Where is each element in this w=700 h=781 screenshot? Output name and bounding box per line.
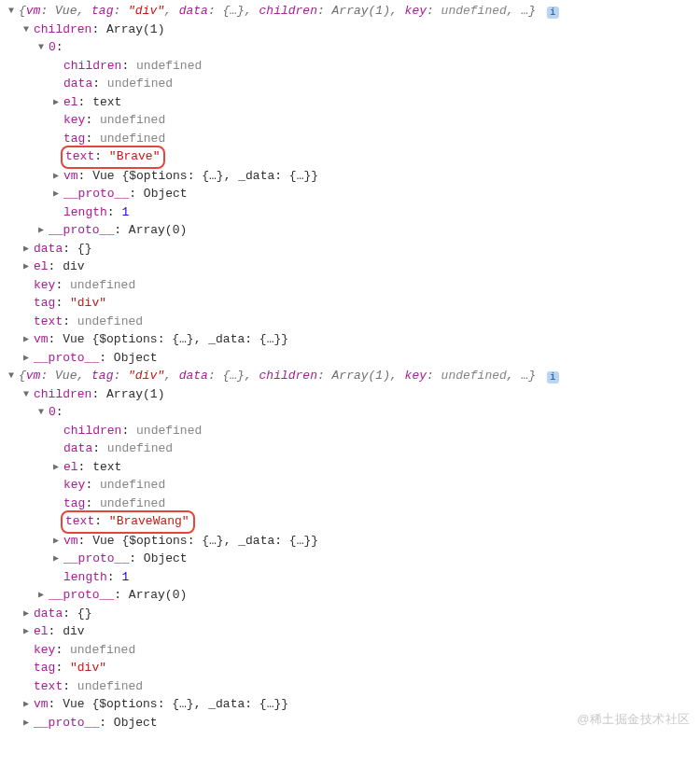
k-data: data	[34, 242, 63, 256]
v-undef: undefined	[107, 441, 173, 455]
v-div: "div"	[128, 369, 164, 383]
disclosure-triangle-icon[interactable]	[35, 586, 47, 605]
disclosure-triangle-icon[interactable]	[21, 622, 32, 641]
disclosure-triangle-icon[interactable]	[50, 93, 62, 112]
prop-proto-1[interactable]: __proto__: Object	[21, 349, 700, 368]
v-brave: "Brave"	[109, 149, 161, 163]
v-object: Object	[114, 351, 158, 365]
prop-length-1[interactable]: length: 1	[35, 203, 700, 222]
prop-data-1[interactable]: data: {}	[21, 240, 700, 258]
v-emptybraces: {}	[77, 607, 92, 621]
prop-key-1[interactable]: key: undefined	[21, 276, 700, 295]
k-vm: vm	[63, 169, 78, 183]
v-arr1: Array(1)	[106, 387, 164, 401]
disclosure-triangle-icon[interactable]	[21, 695, 32, 714]
disclosure-triangle-icon[interactable]	[21, 349, 32, 368]
prop-key-2[interactable]: key: undefined	[21, 641, 700, 660]
prop-children-inner-2[interactable]: children: undefined	[50, 422, 700, 440]
prop-vm-inner-1[interactable]: vm: Vue {$options: {…}, _data: {…}}	[50, 167, 700, 186]
v-ell: …	[521, 369, 528, 383]
info-icon[interactable]: i	[547, 7, 559, 19]
object-summary-2[interactable]: {vm: Vue, tag: "div", data: {…}, childre…	[6, 367, 700, 385]
disclosure-triangle-icon[interactable]	[21, 258, 32, 276]
k-data: data	[63, 441, 92, 455]
prop-children-2[interactable]: children: Array(1)	[21, 385, 700, 404]
prop-proto-array-1[interactable]: __proto__: Array(0)	[35, 221, 700, 240]
k-vm: vm	[63, 534, 78, 548]
disclosure-triangle-icon[interactable]	[6, 367, 17, 385]
disclosure-triangle-icon[interactable]	[21, 605, 32, 623]
prop-text-1[interactable]: text: undefined	[21, 313, 700, 331]
v-object: Object	[144, 551, 188, 565]
prop-text-inner-1[interactable]: text: "Brave"	[50, 147, 700, 167]
v-arr1: Array(1)	[332, 4, 390, 18]
k-proto: __proto__	[34, 716, 99, 730]
v-divstr: "div"	[70, 296, 106, 310]
k-proto: __proto__	[49, 223, 114, 237]
v-undef: undefined	[100, 478, 165, 492]
prop-vm-1[interactable]: vm: Vue {$options: {…}, _data: {…}}	[21, 330, 700, 349]
disclosure-triangle-icon[interactable]	[21, 385, 32, 404]
prop-proto-inner-1[interactable]: __proto__: Object	[50, 185, 700, 203]
prop-el-2[interactable]: el: div	[21, 622, 700, 641]
prop-proto-array-2[interactable]: __proto__: Array(0)	[35, 586, 700, 605]
k-text: text	[65, 149, 94, 163]
v-arr1: Array(1)	[106, 22, 164, 36]
k-el: el	[63, 95, 78, 109]
k-length: length	[63, 570, 107, 584]
prop-key-inner-1[interactable]: key: undefined	[50, 111, 700, 130]
disclosure-triangle-icon[interactable]	[21, 714, 32, 732]
disclosure-triangle-icon[interactable]	[6, 2, 17, 21]
k-el: el	[63, 460, 78, 474]
prop-el-1[interactable]: el: div	[21, 258, 700, 276]
disclosure-triangle-icon[interactable]	[50, 532, 62, 551]
prop-tag-2[interactable]: tag: "div"	[21, 659, 700, 677]
disclosure-triangle-icon[interactable]	[21, 240, 32, 258]
disclosure-triangle-icon[interactable]	[50, 167, 62, 186]
k-proto: __proto__	[63, 551, 129, 565]
prop-el-inner-1[interactable]: el: text	[50, 93, 700, 112]
disclosure-triangle-icon[interactable]	[35, 221, 47, 240]
v-undef: undefined	[70, 643, 135, 657]
disclosure-triangle-icon[interactable]	[21, 330, 32, 349]
prop-children-inner-1[interactable]: children: undefined	[50, 57, 700, 76]
prop-tag-1[interactable]: tag: "div"	[21, 294, 700, 313]
disclosure-triangle-icon[interactable]	[50, 550, 62, 568]
k-tag: tag	[63, 132, 85, 146]
prop-text-inner-2[interactable]: text: "BraveWang"	[50, 512, 700, 532]
prop-vm-inner-2[interactable]: vm: Vue {$options: {…}, _data: {…}}	[50, 532, 700, 551]
k-key: key	[34, 278, 55, 292]
k-children: children	[34, 387, 91, 401]
disclosure-triangle-icon[interactable]	[50, 458, 62, 477]
k-children: children	[63, 59, 121, 73]
v-undef: undefined	[107, 77, 173, 91]
info-icon[interactable]: i	[547, 371, 559, 384]
disclosure-triangle-icon[interactable]	[35, 38, 47, 57]
v-bravewang: "BraveWang"	[109, 514, 189, 528]
prop-key-inner-2[interactable]: key: undefined	[50, 476, 700, 495]
k-tag: tag	[34, 296, 55, 310]
object-summary-1[interactable]: {vm: Vue, tag: "div", data: {…}, childre…	[6, 2, 700, 21]
prop-data-inner-1[interactable]: data: undefined	[50, 75, 700, 93]
disclosure-triangle-icon[interactable]	[50, 185, 62, 203]
prop-el-inner-2[interactable]: el: text	[50, 458, 700, 477]
k-key: key	[63, 113, 85, 127]
k-vm: vm	[26, 4, 41, 18]
prop-length-2[interactable]: length: 1	[35, 568, 700, 587]
k-key: key	[34, 643, 55, 657]
prop-data-inner-2[interactable]: data: undefined	[50, 439, 700, 458]
prop-index0-2[interactable]: 0:	[35, 403, 700, 422]
v-div: div	[63, 624, 84, 638]
k-tag: tag	[91, 369, 113, 383]
prop-index0-1[interactable]: 0:	[35, 38, 700, 57]
prop-text-2[interactable]: text: undefined	[21, 677, 700, 696]
highlight-box: text: "Brave"	[61, 146, 165, 169]
v-object: Object	[144, 187, 188, 201]
prop-children-1[interactable]: children: Array(1)	[21, 21, 700, 39]
disclosure-triangle-icon[interactable]	[35, 403, 47, 422]
k-text: text	[65, 514, 94, 528]
prop-proto-inner-2[interactable]: __proto__: Object	[50, 550, 700, 568]
disclosure-triangle-icon[interactable]	[21, 21, 32, 39]
v-undef: undefined	[100, 496, 165, 510]
prop-data-2[interactable]: data: {}	[21, 605, 700, 623]
